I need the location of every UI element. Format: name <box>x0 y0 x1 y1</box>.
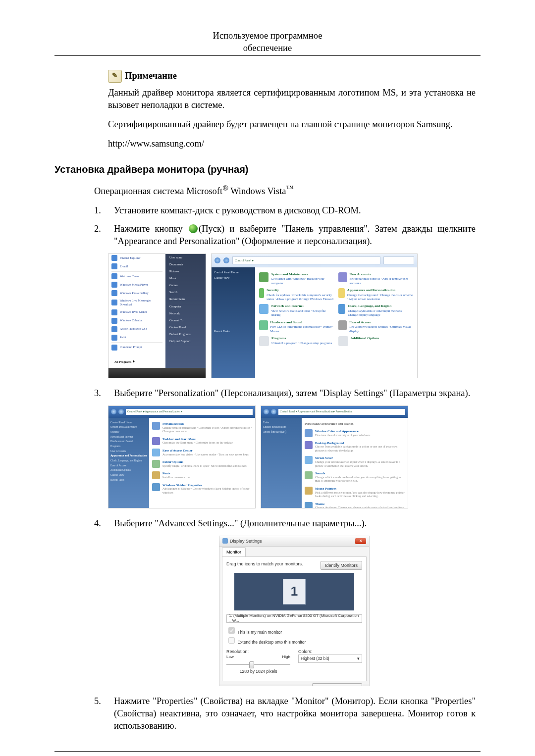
nav-fwd-icon <box>223 257 229 263</box>
identify-button[interactable]: Identify Monitors <box>321 561 362 570</box>
monitor-preview: 1 <box>234 573 354 610</box>
monitor-1[interactable]: 1 <box>283 579 306 605</box>
close-icon[interactable]: ✕ <box>355 538 366 544</box>
nav-fwd-icon <box>271 409 276 414</box>
nav-back-icon <box>111 409 116 414</box>
tab-monitor[interactable]: Monitor <box>222 547 246 556</box>
chevron-down-icon: ▾ <box>357 656 360 661</box>
resolution-label: Resolution: <box>226 649 249 654</box>
step-4-text: Выберите "Advanced Settings..." (Дополни… <box>114 517 476 530</box>
step-5: 5. Нажмите "Properties" (Свойства) на вк… <box>94 695 476 732</box>
note-title: Примечание <box>125 70 177 82</box>
step-1: 1. Установите компакт-диск с руководство… <box>94 204 476 217</box>
start-icon <box>189 224 198 233</box>
dialog-title: Display Settings <box>230 538 262 544</box>
note-block: ✎ Примечание Данный драйвер монитора явл… <box>108 70 476 150</box>
ok-button[interactable]: OK <box>303 686 318 686</box>
step-4: 4. Выберите "Advanced Settings..." (Допо… <box>94 517 476 530</box>
step-2-text: Нажмите кнопку (Пуск) и выберите "Панель… <box>114 223 476 248</box>
page-footer <box>54 751 481 756</box>
colors-dropdown[interactable]: Highest (32 bit)▾ <box>298 655 362 663</box>
note-p3: http://www.samsung.com/ <box>108 138 476 150</box>
extend-checkbox[interactable]: Extend the desktop onto this monitor <box>226 636 362 645</box>
step-1-text: Установите компакт-диск с руководством в… <box>114 204 476 217</box>
section-title: Установка драйвера монитора (ручная) <box>54 163 481 176</box>
addr-bar: Control Panel ▸ <box>232 256 380 264</box>
step2-screenshots: Internet ExplorerE-mailWelcome CenterWin… <box>108 253 481 378</box>
steps-list-3: 3. Выберите "Personalization" (Персонали… <box>94 387 476 400</box>
step4-screenshots: Display Settings ✕ Monitor Drag the icon… <box>108 536 481 686</box>
display-settings-dialog: Display Settings ✕ Monitor Drag the icon… <box>219 536 370 686</box>
resolution-value: 1280 by 1024 pixels <box>226 669 290 674</box>
header-line1: Используемое программное <box>213 31 322 41</box>
main-monitor-checkbox[interactable]: This is my main monitor <box>226 626 362 635</box>
cancel-button[interactable]: Cancel <box>321 686 343 686</box>
page-header: Используемое программное обеспечение <box>54 30 481 56</box>
appearance-screenshot: Control Panel ▸ Appearance and Personali… <box>108 405 256 508</box>
colors-label: Colors: <box>298 649 313 654</box>
note-p2: Сертифицированный драйвер будет размещен… <box>108 118 476 131</box>
nav-back-icon <box>264 409 269 414</box>
start-menu-screenshot: Internet ExplorerE-mailWelcome CenterWin… <box>108 253 206 378</box>
note-p1: Данный драйвер монитора является сертифи… <box>108 87 476 111</box>
step3-screenshots: Control Panel ▸ Appearance and Personali… <box>108 405 481 508</box>
note-title-row: ✎ Примечание <box>108 70 476 83</box>
step-3: 3. Выберите "Personalization" (Персонали… <box>94 387 476 400</box>
note-icon: ✎ <box>108 70 122 83</box>
steps-list: 1. Установите компакт-диск с руководство… <box>94 204 476 248</box>
resolution-slider[interactable] <box>226 661 290 668</box>
os-line: Операционная система Microsoft® Windows … <box>94 183 481 198</box>
steps-list-4: 4. Выберите "Advanced Settings..." (Допо… <box>94 517 476 530</box>
nav-back-icon <box>214 257 220 263</box>
step-5-text: Нажмите "Properties" (Свойства) на вклад… <box>114 695 476 732</box>
drag-label: Drag the icons to match your monitors. <box>226 561 303 567</box>
header-line2: обеспечение <box>243 43 292 53</box>
control-panel-screenshot: Control Panel ▸ Control Panel HomeClassi… <box>211 253 418 378</box>
apply-button[interactable]: Apply <box>346 686 366 686</box>
search-box <box>383 256 414 264</box>
step-3-text: Выберите "Personalization" (Персонализац… <box>114 387 476 400</box>
device-dropdown[interactable]: 1. (Multiple Monitors) on NVIDIA GeForce… <box>226 614 362 623</box>
steps-list-5: 5. Нажмите "Properties" (Свойства) на вк… <box>94 695 476 732</box>
nav-fwd-icon <box>118 409 124 414</box>
step-2: 2. Нажмите кнопку (Пуск) и выберите "Пан… <box>94 223 476 248</box>
personalization-screenshot: Control Panel ▸ Appearance and Personali… <box>261 405 408 508</box>
dialog-icon <box>222 538 228 544</box>
